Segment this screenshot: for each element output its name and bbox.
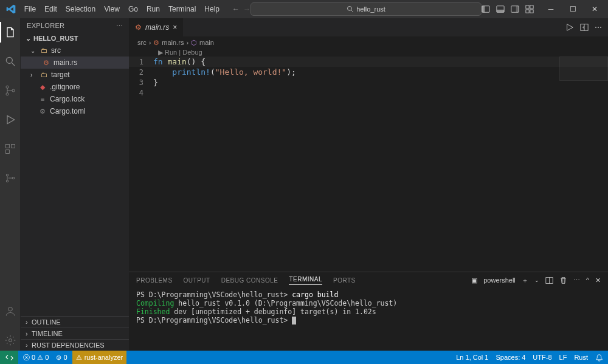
activity-run-debug-icon[interactable] [0,109,21,130]
menu-terminal[interactable]: Terminal [164,2,200,16]
status-indentation[interactable]: Spaces: 4 [496,354,525,361]
svg-point-15 [5,93,8,95]
line-number: 1 [129,58,153,66]
status-language[interactable]: Rust [574,354,588,361]
command-center-text: hello_rust [356,5,385,13]
status-remote-icon[interactable] [0,351,18,364]
menu-run[interactable]: Run [142,2,164,16]
terminal-split-icon[interactable] [545,276,553,284]
status-notifications-icon[interactable] [595,354,603,362]
activity-accounts-icon[interactable] [0,301,21,321]
terminal-dropdown-icon[interactable]: ⌄ [534,277,539,283]
codelens-run-debug[interactable]: ▶ Run | Debug [129,49,608,57]
tree-file-mainrs[interactable]: ⚙ main.rs [21,57,129,69]
menu-go[interactable]: Go [124,2,142,16]
terminal-shell-label[interactable]: powershell [483,276,516,284]
code-editor[interactable]: 1 fn main() { 2 println!("Hello, world!"… [129,57,608,272]
tree-file-gitignore[interactable]: ◆ .gitignore [21,81,129,93]
terminal[interactable]: PS D:\Programming\VSCode\hello_rust> car… [129,288,608,351]
breadcrumb-segment[interactable]: main.rs [162,39,184,46]
main-area: EXPLORER ⋯ ⌄ HELLO_RUST ⌄🗀 src ⚙ main.rs… [0,18,608,351]
panel-more-icon[interactable]: ⋯ [573,276,580,284]
tab-close-icon[interactable]: × [173,23,177,32]
tree-folder-src[interactable]: ⌄🗀 src [21,44,129,57]
menu-help[interactable]: Help [200,2,224,16]
tree-label: main.rs [54,58,77,67]
section-timeline[interactable]: ›TIMELINE [21,328,129,339]
symbol-icon: ⬡ [191,39,197,47]
status-cursor-position[interactable]: Ln 1, Col 1 [456,354,488,361]
menu-file[interactable]: File [20,2,40,16]
terminal-new-icon[interactable]: ＋ [522,276,528,285]
svg-rect-10 [526,10,529,13]
panel-tab-debug-console[interactable]: DEBUG CONSOLE [221,277,278,284]
breadcrumb[interactable]: src › ⚙ main.rs › ⬡ main [129,36,608,49]
tree-file-cargolock[interactable]: ≡ Cargo.lock [21,93,129,105]
warning-triangle-icon: ⚠ [76,354,82,362]
layout-controls [482,5,534,13]
panel-maximize-icon[interactable]: ^ [586,276,589,284]
terminal-kill-icon[interactable] [559,276,567,284]
toml-file-icon: ⚙ [38,108,47,115]
svg-point-20 [6,174,8,176]
svg-point-16 [12,89,14,92]
status-problems[interactable]: ⓧ 0 ⚠ 0 ⊚ 0 [18,351,72,364]
project-header[interactable]: ⌄ HELLO_RUST [21,33,129,44]
menu-selection[interactable]: Selection [61,2,100,16]
window-minimize-icon[interactable]: ─ [540,0,562,18]
toggle-secondary-sidebar-icon[interactable] [511,5,519,13]
run-file-icon[interactable] [565,23,574,32]
nav-forward-icon[interactable]: → [243,5,250,13]
status-rust-analyzer[interactable]: ⚠ rust-analyzer [72,351,127,364]
activity-testing-icon[interactable] [0,168,21,188]
toggle-primary-sidebar-icon[interactable] [482,5,490,13]
terminal-shell-icon[interactable]: ▣ [471,276,477,284]
editor-area: ⚙ main.rs × ⋯ src › ⚙ main.rs › ⬡ main ▶… [129,18,608,351]
tree-label: Cargo.lock [50,95,85,103]
activity-extensions-icon[interactable] [0,139,21,159]
status-radio[interactable]: ⊚ 0 [56,354,67,362]
explorer-title: EXPLORER [27,22,64,29]
breadcrumb-segment[interactable]: src [137,39,147,46]
nav-back-icon[interactable]: ← [232,5,240,13]
more-actions-icon[interactable]: ⋯ [595,23,602,32]
tree-folder-target[interactable]: ›🗀 target [21,69,129,81]
tree-label: src [51,46,61,55]
svg-rect-3 [482,6,485,13]
svg-rect-8 [526,5,529,9]
lock-file-icon: ≡ [38,95,47,103]
svg-point-12 [6,57,12,63]
section-rust-deps[interactable]: ›RUST DEPENDENCIES [21,339,129,351]
menu-edit[interactable]: Edit [40,2,61,16]
customize-layout-icon[interactable] [525,5,534,13]
panel-tab-output[interactable]: OUTPUT [184,277,210,284]
activity-explorer-icon[interactable] [0,22,21,43]
window-maximize-icon[interactable]: ☐ [562,0,584,18]
tree-label: target [51,70,70,79]
rust-file-icon: ⚙ [135,23,142,32]
tree-label: .gitignore [50,83,80,91]
panel-close-icon[interactable]: ✕ [595,276,601,284]
activity-settings-icon[interactable] [0,330,21,351]
status-encoding[interactable]: UTF-8 [533,354,551,361]
section-outline[interactable]: ›OUTLINE [21,316,129,328]
panel-tab-terminal[interactable]: TERMINAL [289,276,322,285]
status-eol[interactable]: LF [559,354,567,361]
explorer-more-icon[interactable]: ⋯ [116,22,123,30]
command-center[interactable]: hello_rust [250,2,482,16]
activity-search-icon[interactable] [0,51,21,72]
menu-view[interactable]: View [100,2,124,16]
breadcrumb-segment[interactable]: main [199,39,214,46]
window-close-icon[interactable]: ✕ [584,0,606,18]
svg-rect-9 [530,5,533,9]
svg-rect-11 [530,10,533,13]
tab-mainrs[interactable]: ⚙ main.rs × [129,18,184,36]
toggle-panel-icon[interactable] [496,5,505,13]
panel-tab-ports[interactable]: PORTS [333,277,356,284]
svg-line-13 [12,63,15,66]
split-editor-icon[interactable] [580,23,589,32]
minimap[interactable] [559,57,608,81]
tree-file-cargotoml[interactable]: ⚙ Cargo.toml [21,105,129,117]
activity-source-control-icon[interactable] [0,80,21,101]
panel-tab-problems[interactable]: PROBLEMS [136,277,173,284]
